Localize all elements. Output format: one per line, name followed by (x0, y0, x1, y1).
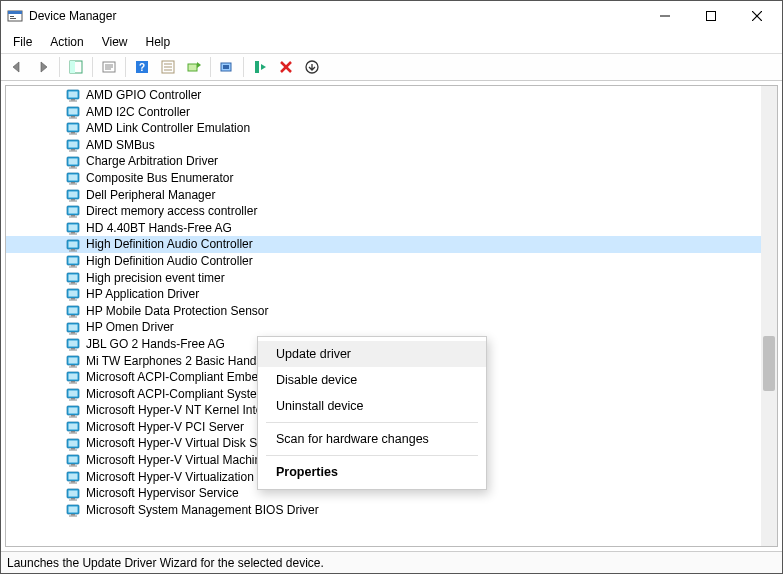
svg-rect-37 (71, 132, 75, 134)
svg-rect-23 (255, 61, 259, 73)
svg-rect-50 (69, 184, 77, 185)
svg-rect-86 (69, 333, 77, 334)
svg-rect-56 (69, 208, 78, 214)
device-item[interactable]: Composite Bus Enumerator (6, 170, 761, 187)
svg-rect-3 (10, 18, 16, 19)
svg-rect-44 (69, 158, 78, 164)
device-label: Dell Peripheral Manager (86, 187, 215, 204)
toolbar-separator (59, 57, 60, 77)
device-item[interactable]: AMD Link Controller Emulation (6, 120, 761, 137)
device-icon (66, 337, 82, 351)
svg-rect-32 (69, 108, 78, 114)
device-item[interactable]: Charge Arbitration Driver (6, 153, 761, 170)
svg-rect-52 (69, 191, 78, 197)
device-item[interactable]: HP Application Driver (6, 286, 761, 303)
ctx-properties[interactable]: Properties (258, 459, 486, 485)
svg-rect-40 (69, 142, 78, 148)
show-hide-console-tree-button[interactable] (64, 55, 88, 79)
svg-rect-109 (71, 431, 75, 433)
device-label: JBL GO 2 Hands-Free AG (86, 336, 225, 353)
svg-rect-29 (71, 99, 75, 101)
device-item[interactable]: High Definition Audio Controller (6, 253, 761, 270)
svg-rect-112 (69, 440, 78, 446)
device-label: Direct memory access controller (86, 203, 257, 220)
ctx-scan-hardware[interactable]: Scan for hardware changes (258, 426, 486, 452)
maximize-button[interactable] (688, 1, 734, 31)
device-label: Composite Bus Enumerator (86, 170, 233, 187)
svg-rect-2 (10, 16, 14, 17)
device-item[interactable]: HP Mobile Data Protection Sensor (6, 303, 761, 320)
device-icon (66, 221, 82, 235)
svg-rect-96 (69, 374, 78, 380)
device-icon (66, 470, 82, 484)
device-item[interactable]: HP Omen Driver (6, 319, 761, 336)
menu-view[interactable]: View (94, 33, 136, 51)
device-item[interactable]: HD 4.40BT Hands-Free AG (6, 220, 761, 237)
close-button[interactable] (734, 1, 780, 31)
device-icon (66, 105, 82, 119)
svg-rect-74 (69, 283, 77, 284)
svg-rect-77 (71, 298, 75, 300)
help-button[interactable]: ? (130, 55, 154, 79)
back-button[interactable] (5, 55, 29, 79)
device-item[interactable]: AMD GPIO Controller (6, 87, 761, 104)
device-icon (66, 271, 82, 285)
ctx-disable-device[interactable]: Disable device (258, 367, 486, 393)
svg-rect-9 (70, 61, 75, 73)
menu-help[interactable]: Help (138, 33, 179, 51)
device-tree-panel: AMD GPIO ControllerAMD I2C ControllerAMD… (5, 85, 778, 547)
device-item[interactable]: Microsoft System Management BIOS Driver (6, 502, 761, 519)
svg-rect-113 (71, 448, 75, 450)
device-item[interactable]: Dell Peripheral Manager (6, 187, 761, 204)
svg-rect-38 (69, 134, 77, 135)
svg-rect-36 (69, 125, 78, 131)
action-menu-button[interactable] (156, 55, 180, 79)
device-item[interactable]: AMD SMBus (6, 137, 761, 154)
enable-device-button[interactable] (248, 55, 272, 79)
svg-rect-54 (69, 200, 77, 201)
device-label: Microsoft System Management BIOS Driver (86, 502, 319, 519)
device-item[interactable]: Direct memory access controller (6, 203, 761, 220)
device-label: AMD SMBus (86, 137, 155, 154)
svg-rect-60 (69, 225, 78, 231)
toolbar-separator (210, 57, 211, 77)
svg-rect-125 (71, 498, 75, 500)
svg-rect-114 (69, 449, 77, 450)
svg-rect-46 (69, 167, 77, 168)
device-label: Microsoft ACPI-Compliant System (86, 386, 267, 403)
device-icon (66, 321, 82, 335)
update-driver-button[interactable] (182, 55, 206, 79)
svg-rect-98 (69, 383, 77, 384)
scrollbar-thumb[interactable] (763, 336, 775, 391)
svg-rect-42 (69, 151, 77, 152)
svg-rect-70 (69, 267, 77, 268)
svg-rect-28 (69, 92, 78, 98)
device-label: High precision event timer (86, 270, 225, 287)
properties-button[interactable] (97, 55, 121, 79)
minimize-button[interactable] (642, 1, 688, 31)
svg-rect-85 (71, 332, 75, 334)
device-label: Microsoft Hyper-V Virtual Disk Server (86, 435, 285, 452)
forward-button[interactable] (31, 55, 55, 79)
scan-hardware-button[interactable] (215, 55, 239, 79)
statusbar-text: Launches the Update Driver Wizard for th… (7, 556, 324, 570)
svg-rect-22 (223, 65, 229, 69)
content-wrap: AMD GPIO ControllerAMD I2C ControllerAMD… (1, 81, 782, 551)
vertical-scrollbar[interactable] (761, 86, 777, 546)
ctx-uninstall-device[interactable]: Uninstall device (258, 393, 486, 419)
device-icon (66, 88, 82, 102)
device-icon (66, 171, 82, 185)
device-icon (66, 287, 82, 301)
svg-rect-128 (69, 507, 78, 513)
svg-rect-34 (69, 117, 77, 118)
device-item[interactable]: High precision event timer (6, 270, 761, 287)
menu-file[interactable]: File (5, 33, 40, 51)
uninstall-device-button[interactable] (274, 55, 298, 79)
ctx-update-driver[interactable]: Update driver (258, 341, 486, 367)
disable-device-button[interactable] (300, 55, 324, 79)
window-title: Device Manager (29, 9, 642, 23)
device-item[interactable]: AMD I2C Controller (6, 104, 761, 121)
device-item[interactable]: High Definition Audio Controller (6, 236, 761, 253)
menu-action[interactable]: Action (42, 33, 91, 51)
device-icon (66, 204, 82, 218)
